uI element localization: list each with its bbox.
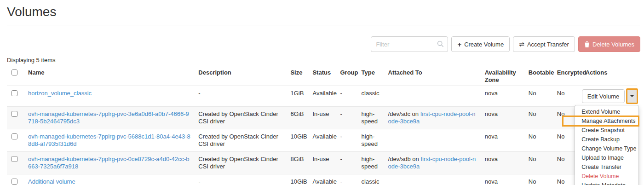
page-title: Volumes <box>7 5 640 19</box>
col-header-availability-zone[interactable]: Availability Zone <box>481 66 525 86</box>
volumes-table: Name Description Size Status Group Type … <box>7 66 637 185</box>
plus-icon: + <box>457 41 461 48</box>
status-cell: Available <box>309 86 336 107</box>
col-header-encrypted[interactable]: Encrypted <box>553 66 582 86</box>
group-cell: - <box>336 86 357 107</box>
col-header-attached-to[interactable]: Attached To <box>385 66 481 86</box>
bootable-cell: No <box>525 107 553 129</box>
group-cell: - <box>336 152 357 174</box>
attached-to-cell <box>385 86 481 107</box>
type-cell: classic <box>358 86 385 107</box>
availability-zone-cell: nova <box>481 174 525 185</box>
size-cell: 1GiB <box>287 86 309 107</box>
toolbar: + Create Volume ⇌ Accept Transfer Delete… <box>7 36 640 52</box>
bootable-cell: No <box>525 129 553 152</box>
col-header-size[interactable]: Size <box>287 66 309 86</box>
table-row: ovh-managed-kubernetes-7pplrg-pvc-5688c1… <box>7 129 637 152</box>
availability-zone-cell: nova <box>481 86 525 107</box>
col-header-status[interactable]: Status <box>309 66 336 86</box>
type-cell: high-speed <box>358 129 385 152</box>
filter-box <box>371 36 448 52</box>
table-row: ovh-managed-kubernetes-7pplrg-pvc-0ce872… <box>7 152 637 174</box>
create-volume-button[interactable]: + Create Volume <box>451 36 510 52</box>
menu-item-manage-attachments[interactable]: Manage Attachments <box>575 116 638 126</box>
group-cell: - <box>336 107 357 129</box>
table-header-row: Name Description Size Status Group Type … <box>7 66 637 86</box>
status-cell: In-use <box>309 152 336 174</box>
trash-icon <box>584 41 590 47</box>
row-checkbox[interactable] <box>12 90 17 96</box>
title-divider <box>7 25 640 25</box>
transfer-arrows-icon: ⇌ <box>519 41 524 47</box>
filter-input[interactable] <box>371 36 448 52</box>
attached-to-cell <box>385 129 481 152</box>
row-actions: Edit Volume Extend Volume Manage Attachm… <box>582 88 638 104</box>
size-cell: 6GiB <box>287 107 309 129</box>
menu-item-create-snapshot[interactable]: Create Snapshot <box>575 126 638 135</box>
volume-name-link[interactable]: Additional volume <box>28 178 75 185</box>
description-cell: - <box>195 86 287 107</box>
col-header-name[interactable]: Name <box>24 66 195 86</box>
size-cell: 8GiB <box>287 152 309 174</box>
menu-item-upload-to-image[interactable]: Upload to Image <box>575 153 638 162</box>
bootable-cell: No <box>525 174 553 185</box>
menu-item-extend-volume[interactable]: Extend Volume <box>575 107 638 116</box>
col-header-description[interactable]: Description <box>195 66 287 86</box>
volume-name-link[interactable]: ovh-managed-kubernetes-7pplrg-pvc-3e6a0d… <box>28 110 189 125</box>
accept-transfer-button[interactable]: ⇌ Accept Transfer <box>513 36 575 52</box>
attached-to-cell: /dev/sdc on first-cpu-node-pool-node-3bc… <box>385 107 481 129</box>
row-checkbox[interactable] <box>12 179 17 185</box>
availability-zone-cell: nova <box>481 107 525 129</box>
menu-item-update-metadata[interactable]: Update Metadata <box>575 181 638 185</box>
menu-item-create-backup[interactable]: Create Backup <box>575 135 638 144</box>
table-row: horizon_volume_classic - 1GiB Available … <box>7 86 637 107</box>
encrypted-cell: No <box>553 86 582 107</box>
description-cell: Created by OpenStack Cinder CSI driver <box>195 129 287 152</box>
type-cell: classic <box>358 174 385 185</box>
col-header-group[interactable]: Group <box>336 66 357 86</box>
attached-to-cell <box>385 174 481 185</box>
bootable-cell: No <box>525 152 553 174</box>
create-volume-label: Create Volume <box>464 41 504 48</box>
status-cell: Available <box>309 174 336 185</box>
col-header-actions: Actions <box>582 66 637 86</box>
description-cell: - <box>195 174 287 185</box>
status-cell: In-use <box>309 107 336 129</box>
edit-volume-button[interactable]: Edit Volume <box>582 89 625 103</box>
row-checkbox[interactable] <box>12 111 17 117</box>
type-cell: high-speed <box>358 152 385 174</box>
row-checkbox[interactable] <box>12 156 17 162</box>
volume-name-link[interactable]: ovh-managed-kubernetes-7pplrg-pvc-0ce872… <box>28 156 189 170</box>
col-header-bootable[interactable]: Bootable <box>525 66 553 86</box>
select-all-header <box>7 66 24 86</box>
volume-name-link[interactable]: ovh-managed-kubernetes-7pplrg-pvc-5688c1… <box>28 133 190 147</box>
delete-volumes-label: Delete Volumes <box>592 41 634 48</box>
status-cell: Available <box>309 129 336 152</box>
select-all-checkbox[interactable] <box>12 69 17 75</box>
group-cell: - <box>336 174 357 185</box>
group-cell: - <box>336 129 357 152</box>
description-cell: Created by OpenStack Cinder CSI driver <box>195 152 287 174</box>
col-header-type[interactable]: Type <box>358 66 385 86</box>
table-row: Additional volume - 10GiB Available - cl… <box>7 174 637 185</box>
delete-volumes-button[interactable]: Delete Volumes <box>578 36 640 52</box>
actions-dropdown-menu: Extend Volume Manage Attachments Create … <box>575 105 639 185</box>
actions-dropdown-toggle[interactable] <box>626 88 638 104</box>
type-cell: high-speed <box>358 107 385 129</box>
accept-transfer-label: Accept Transfer <box>527 41 569 48</box>
search-icon <box>437 40 444 47</box>
bootable-cell: No <box>525 86 553 107</box>
volume-name-link[interactable]: horizon_volume_classic <box>28 90 92 97</box>
availability-zone-cell: nova <box>481 152 525 174</box>
availability-zone-cell: nova <box>481 129 525 152</box>
table-row: ovh-managed-kubernetes-7pplrg-pvc-3e6a0d… <box>7 107 637 129</box>
menu-item-delete-volume[interactable]: Delete Volume <box>575 172 638 181</box>
size-cell: 10GiB <box>287 174 309 185</box>
menu-item-create-transfer[interactable]: Create Transfer <box>575 162 638 172</box>
attached-to-cell: /dev/sdb on first-cpu-node-pool-node-3bc… <box>385 152 481 174</box>
row-checkbox[interactable] <box>12 133 17 139</box>
menu-item-change-volume-type[interactable]: Change Volume Type <box>575 144 638 153</box>
items-count: Displaying 5 items <box>7 57 640 64</box>
description-cell: Created by OpenStack Cinder CSI driver <box>195 107 287 129</box>
chevron-down-icon <box>630 95 634 97</box>
